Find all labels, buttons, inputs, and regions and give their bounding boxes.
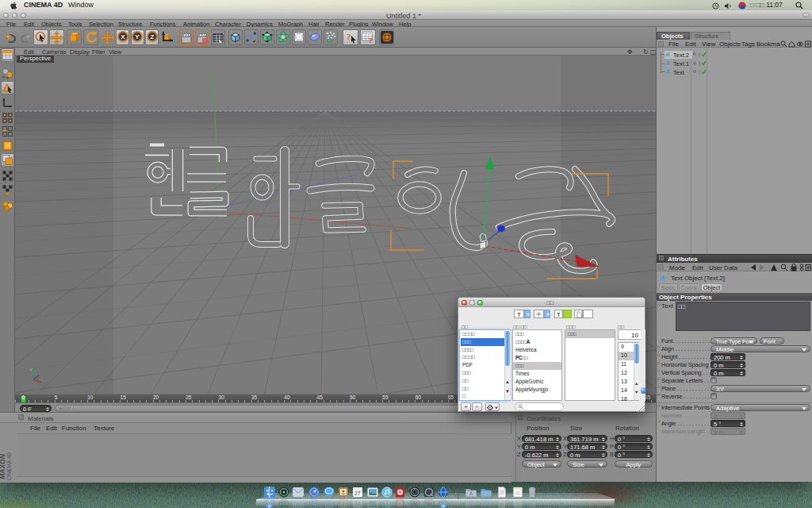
svg-text:X: X (121, 33, 125, 40)
svg-text:27: 27 (354, 491, 361, 496)
svg-text:A: A (469, 500, 473, 506)
svg-text:27: 27 (354, 500, 361, 506)
svg-text:A: A (469, 491, 473, 496)
svg-text:?: ? (369, 37, 373, 44)
svg-text:?: ? (347, 32, 351, 41)
svg-text:Z: Z (150, 33, 154, 40)
svg-text:Y: Y (29, 368, 33, 372)
svg-text:Y: Y (135, 33, 140, 40)
